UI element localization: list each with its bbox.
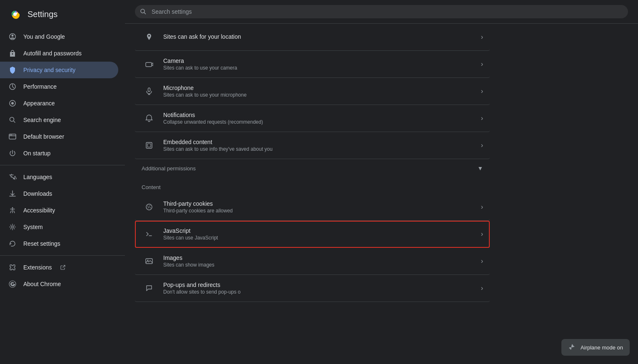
- svg-rect-16: [146, 142, 152, 148]
- third-party-cookies-title: Third-party cookies: [163, 200, 481, 207]
- sidebar-item-appearance[interactable]: Appearance: [0, 95, 118, 112]
- notifications-icon: [142, 111, 157, 126]
- popups-icon: [142, 281, 157, 296]
- javascript-subtitle: Sites can use JavaScript: [163, 235, 481, 241]
- svg-point-12: [12, 283, 14, 285]
- images-content: Images Sites can show images: [163, 254, 481, 268]
- images-subtitle: Sites can show images: [163, 262, 481, 268]
- settings-row-camera[interactable]: Camera Sites can ask to use your camera …: [135, 51, 490, 78]
- sidebar-item-about-chrome[interactable]: About Chrome: [0, 276, 118, 292]
- system-icon: [8, 223, 17, 231]
- sidebar-item-downloads-label: Downloads: [23, 190, 52, 197]
- sidebar-item-extensions-label: Extensions: [23, 264, 52, 271]
- svg-rect-17: [147, 144, 151, 147]
- search-input[interactable]: [135, 5, 628, 18]
- notifications-content: Notifications Collapse unwanted requests…: [163, 112, 481, 125]
- sidebar-item-performance[interactable]: Performance: [0, 78, 118, 95]
- camera-title: Camera: [163, 57, 481, 64]
- third-party-cookies-content: Third-party cookies Third-party cookies …: [163, 200, 481, 214]
- svg-point-9: [12, 207, 13, 209]
- camera-arrow: ›: [481, 60, 483, 68]
- airplane-mode-icon: [568, 343, 576, 352]
- popups-subtitle: Don't allow sites to send pop-ups o: [163, 289, 481, 295]
- browser-icon: [8, 132, 17, 141]
- sidebar-item-extensions[interactable]: Extensions: [0, 259, 118, 276]
- camera-content: Camera Sites can ask to use your camera: [163, 57, 481, 71]
- sidebar-item-search-engine[interactable]: Search engine: [0, 112, 118, 128]
- content-section-title: Content: [135, 177, 490, 194]
- performance-icon: [8, 82, 17, 91]
- additional-permissions-label: Additional permissions: [142, 165, 196, 172]
- svg-point-21: [148, 207, 149, 208]
- microphone-arrow: ›: [481, 87, 483, 95]
- javascript-icon: [142, 227, 157, 242]
- settings-row-third-party-cookies[interactable]: Third-party cookies Third-party cookies …: [135, 194, 490, 221]
- embedded-arrow: ›: [481, 142, 483, 149]
- search-bar: [125, 0, 638, 24]
- sidebar-item-on-startup-label: On startup: [23, 150, 50, 157]
- sidebar-item-default-browser[interactable]: Default browser: [0, 128, 118, 145]
- sidebar-item-you-and-google[interactable]: You and Google: [0, 28, 118, 45]
- shield-icon: [8, 66, 17, 74]
- settings-row-microphone[interactable]: Microphone Sites can ask to use your mic…: [135, 78, 490, 105]
- google-icon: [8, 32, 17, 41]
- settings-row-javascript[interactable]: JavaScript Sites can use JavaScript ›: [135, 221, 490, 248]
- microphone-content: Microphone Sites can ask to use your mic…: [163, 85, 481, 98]
- svg-rect-15: [148, 88, 150, 92]
- sidebar-item-autofill[interactable]: Autofill and passwords: [0, 45, 118, 62]
- microphone-icon: [142, 84, 157, 99]
- sidebar-item-accessibility[interactable]: Accessibility: [0, 202, 118, 219]
- sidebar-item-performance-label: Performance: [23, 83, 57, 90]
- additional-permissions-header[interactable]: Additional permissions ▼: [135, 159, 490, 177]
- svg-point-19: [147, 206, 148, 207]
- sidebar-item-appearance-label: Appearance: [23, 100, 55, 107]
- additional-permissions-chevron: ▼: [477, 165, 483, 172]
- sidebar-item-search-engine-label: Search engine: [23, 117, 61, 123]
- airplane-mode-toast: Airplane mode on: [561, 339, 630, 356]
- sidebar-item-languages[interactable]: Languages: [0, 169, 118, 185]
- settings-row-notifications[interactable]: Notifications Collapse unwanted requests…: [135, 105, 490, 132]
- search-bar-icon: [140, 8, 147, 15]
- settings-row-embedded[interactable]: Embedded content Sites can ask to use in…: [135, 132, 490, 159]
- images-title: Images: [163, 254, 481, 261]
- location-arrow: ›: [481, 33, 483, 41]
- sidebar-item-system[interactable]: System: [0, 219, 118, 235]
- microphone-subtitle: Sites can ask to use your microphone: [163, 92, 481, 98]
- extensions-icon: [8, 263, 17, 272]
- sidebar-divider-1: [0, 165, 125, 165]
- search-icon: [8, 116, 17, 124]
- main-content: Sites can ask for your location › Camera…: [125, 0, 638, 364]
- images-icon: [142, 254, 157, 269]
- accessibility-icon: [8, 206, 17, 214]
- search-bar-wrapper: [135, 5, 628, 18]
- sidebar: Settings You and Google Autofill and pas…: [0, 0, 125, 364]
- svg-point-20: [150, 205, 150, 206]
- camera-subtitle: Sites can ask to use your camera: [163, 65, 481, 71]
- camera-icon: [142, 57, 157, 72]
- sidebar-item-autofill-label: Autofill and passwords: [23, 50, 82, 57]
- microphone-title: Microphone: [163, 85, 481, 91]
- svg-point-8: [11, 135, 12, 135]
- about-chrome-icon: [8, 280, 17, 288]
- sidebar-item-reset-settings[interactable]: Reset settings: [0, 235, 118, 252]
- settings-row-images[interactable]: Images Sites can show images ›: [135, 248, 490, 275]
- airplane-mode-label: Airplane mode on: [581, 344, 623, 351]
- notifications-title: Notifications: [163, 112, 481, 118]
- third-party-cookies-subtitle: Third-party cookies are allowed: [163, 208, 481, 214]
- sidebar-item-on-startup[interactable]: On startup: [0, 145, 118, 162]
- svg-point-5: [10, 117, 14, 122]
- popups-arrow: ›: [481, 284, 483, 292]
- downloads-icon: [8, 189, 17, 198]
- embedded-title: Embedded content: [163, 139, 481, 145]
- svg-point-4: [11, 102, 14, 105]
- sidebar-item-you-and-google-label: You and Google: [23, 33, 65, 40]
- sidebar-item-privacy[interactable]: Privacy and security: [0, 62, 118, 78]
- sidebar-item-downloads[interactable]: Downloads: [0, 185, 118, 202]
- sidebar-item-system-label: System: [23, 224, 43, 230]
- settings-row-popups[interactable]: Pop-ups and redirects Don't allow sites …: [135, 275, 490, 302]
- popups-content: Pop-ups and redirects Don't allow sites …: [163, 282, 481, 295]
- settings-row-location[interactable]: Sites can ask for your location ›: [135, 24, 490, 51]
- startup-icon: [8, 149, 17, 157]
- popups-title: Pop-ups and redirects: [163, 282, 481, 288]
- sidebar-divider-2: [0, 255, 125, 256]
